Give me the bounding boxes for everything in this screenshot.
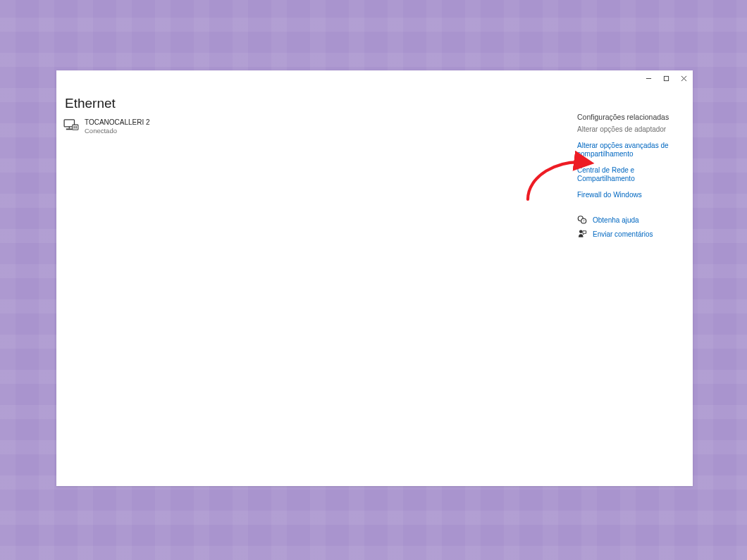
page-background: Ethernet TOCANOCALLERI 2 Conectado (0, 0, 747, 560)
link-send-feedback[interactable]: Enviar comentários (593, 230, 653, 238)
link-windows-firewall[interactable]: Firewall do Windows (577, 191, 683, 200)
network-status: Conectado (85, 127, 150, 135)
page-title: Ethernet (65, 96, 116, 111)
related-settings-heading: Configurações relacionadas (577, 113, 683, 121)
related-settings-sidebar: Configurações relacionadas Alterar opçõe… (577, 113, 683, 243)
network-item[interactable]: TOCANOCALLERI 2 Conectado (63, 118, 150, 135)
maximize-icon (663, 75, 669, 82)
network-text: TOCANOCALLERI 2 Conectado (85, 118, 150, 135)
link-advanced-sharing[interactable]: Alterar opções avançadas de compartilham… (577, 142, 683, 159)
link-adapter-options[interactable]: Alterar opções de adaptador (577, 125, 683, 135)
svg-point-14 (579, 230, 583, 233)
help-icon: ? (577, 215, 587, 225)
feedback-icon (577, 229, 587, 239)
window-titlebar (640, 70, 693, 86)
minimize-button[interactable] (640, 70, 658, 86)
feedback-row[interactable]: Enviar comentários (577, 229, 683, 239)
minimize-icon (646, 75, 652, 82)
maximize-button[interactable] (658, 70, 675, 86)
close-icon (681, 75, 687, 82)
ethernet-icon (63, 119, 79, 132)
sidebar-separator (577, 206, 683, 215)
help-row[interactable]: ? Obtenha ajuda (577, 215, 683, 225)
svg-rect-1 (664, 76, 668, 80)
close-button[interactable] (675, 70, 693, 86)
svg-rect-5 (66, 129, 73, 130)
link-network-sharing-center[interactable]: Central de Rede e Compartilhamento (577, 166, 683, 184)
settings-window: Ethernet TOCANOCALLERI 2 Conectado (56, 70, 693, 486)
link-get-help[interactable]: Obtenha ajuda (593, 216, 639, 224)
network-name: TOCANOCALLERI 2 (85, 118, 150, 127)
